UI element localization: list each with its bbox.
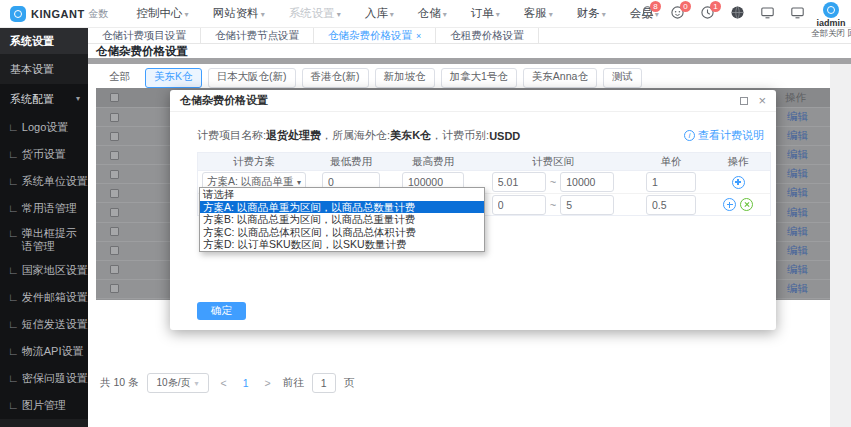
sidebar-item-regions[interactable]: ∟国家地区设置 <box>0 257 88 284</box>
dropdown-option-b[interactable]: 方案B: 以商品总重为区间，以商品总重量计费 <box>200 213 484 226</box>
monitor-icon[interactable] <box>760 5 775 20</box>
chevron-down-icon: ▾ <box>390 10 394 19</box>
filter-hongkong[interactable]: 香港仓(新) <box>302 68 369 88</box>
select-all-checkbox[interactable] <box>110 93 119 102</box>
close-all-link[interactable]: 全部关闭 回 <box>811 28 851 38</box>
edit-link[interactable]: 编辑 <box>787 263 808 277</box>
tab-misc-fee-prices[interactable]: 仓储杂费价格设置× <box>314 28 436 43</box>
sidebar-item-common-phrases[interactable]: ∟常用语管理 <box>0 195 88 222</box>
row-checkbox[interactable] <box>110 170 119 179</box>
bell-icon[interactable]: 8 <box>640 5 655 20</box>
nav-menu-warehouse[interactable]: 仓储▾ <box>418 6 447 21</box>
sidebar-item-security-questions[interactable]: ∟密保问题设置 <box>0 365 88 392</box>
col-range: 计费区间 <box>474 155 632 169</box>
sidebar-item-sms-settings[interactable]: ∟短信发送设置 <box>0 311 88 338</box>
avatar[interactable] <box>823 2 839 18</box>
dropdown-option-d[interactable]: 方案D: 以订单SKU数区间，以SKU数量计费 <box>200 238 484 251</box>
row-checkbox[interactable] <box>110 227 119 236</box>
clock-badge: 1 <box>710 1 721 12</box>
view-billing-help-link[interactable]: i 查看计费说明 <box>684 128 764 143</box>
dropdown-option-a[interactable]: 方案A: 以商品单重为区间，以商品总数量计费 <box>200 201 484 214</box>
globe-icon[interactable] <box>730 5 745 20</box>
remove-row-icon[interactable] <box>740 198 753 211</box>
nav-menu-site-data[interactable]: 网站资料▾ <box>213 6 265 21</box>
nav-menu-finance[interactable]: 财务▾ <box>577 6 606 21</box>
brand-icon <box>10 6 26 22</box>
edit-link[interactable]: 编辑 <box>787 186 808 200</box>
close-icon[interactable]: × <box>758 96 766 106</box>
dropdown-option-placeholder[interactable]: 请选择 <box>200 188 484 201</box>
range-to-input[interactable] <box>560 195 614 215</box>
billing-item-info: 计费项目名称: 退货处理费 ，所属海外仓: 美东K仓 ，计费币别: USDD i… <box>197 128 764 143</box>
sidebar-item-logo-settings[interactable]: ∟Logo设置 <box>0 114 88 141</box>
next-page-button[interactable]: > <box>261 377 275 389</box>
close-icon[interactable]: × <box>416 31 421 41</box>
confirm-button[interactable]: 确定 <box>197 302 246 320</box>
row-checkbox[interactable] <box>110 151 119 160</box>
sidebar-item-popup-prompts[interactable]: ∟弹出框提示语管理 <box>0 222 88 257</box>
edit-link[interactable]: 编辑 <box>787 148 808 162</box>
edit-link[interactable]: 编辑 <box>787 225 808 239</box>
sidebar-item-sender-mailbox[interactable]: ∟发件邮箱设置 <box>0 284 88 311</box>
brand-logo[interactable]: KINGANT 金数 <box>10 6 109 22</box>
monitor-2-icon[interactable] <box>790 5 805 20</box>
current-page[interactable]: 1 <box>239 377 253 389</box>
maximize-icon[interactable] <box>740 97 748 105</box>
unit-price-input[interactable] <box>646 172 696 192</box>
chat-icon[interactable]: 0 <box>670 5 685 20</box>
goto-page-input[interactable] <box>312 373 336 393</box>
row-checkbox[interactable] <box>110 189 119 198</box>
range-from-input[interactable] <box>492 172 546 192</box>
filter-canada-1[interactable]: 加拿大1号仓 <box>441 68 517 88</box>
branch-icon: ∟ <box>8 114 19 141</box>
add-row-icon[interactable] <box>732 176 745 189</box>
sidebar-title: 系统设置 <box>0 28 88 54</box>
unit-price-input[interactable] <box>646 195 696 215</box>
row-checkbox[interactable] <box>110 132 119 141</box>
nav-menu-system-settings[interactable]: 系统设置▾ <box>289 6 341 21</box>
sidebar-item-currency-settings[interactable]: ∟货币设置 <box>0 141 88 168</box>
edit-link[interactable]: 编辑 <box>787 167 808 181</box>
page-unit-label: 页 <box>344 376 355 390</box>
filter-us-east-anna[interactable]: 美东Anna仓 <box>523 68 597 88</box>
range-separator: ~ <box>550 176 556 188</box>
sidebar-item-basic-settings[interactable]: 基本设置 <box>0 54 88 84</box>
nav-menu-service[interactable]: 客服▾ <box>524 6 553 21</box>
edit-link[interactable]: 编辑 <box>787 206 808 220</box>
clock-icon[interactable]: 1 <box>700 5 715 20</box>
nav-menu-orders[interactable]: 订单▾ <box>471 6 500 21</box>
chevron-down-icon: ▾ <box>261 10 265 19</box>
branch-icon: ∟ <box>8 195 19 222</box>
edit-link[interactable]: 编辑 <box>787 244 808 258</box>
row-checkbox[interactable] <box>110 246 119 255</box>
range-from-input[interactable] <box>492 195 546 215</box>
filter-singapore[interactable]: 新加坡仓 <box>375 68 435 88</box>
range-to-input[interactable] <box>560 172 614 192</box>
row-checkbox[interactable] <box>110 265 119 274</box>
add-row-icon[interactable] <box>723 198 736 211</box>
row-checkbox[interactable] <box>110 208 119 217</box>
prev-page-button[interactable]: < <box>217 377 231 389</box>
page-size-select[interactable]: 10条/页▾ <box>147 373 209 393</box>
filter-all[interactable]: 全部 <box>100 68 139 88</box>
row-checkbox[interactable] <box>110 284 119 293</box>
edit-link[interactable]: 编辑 <box>787 282 808 296</box>
filter-japan-osaka[interactable]: 日本大阪仓(新) <box>208 68 296 88</box>
sidebar-group-system-config[interactable]: 系统配置▾ <box>0 84 88 114</box>
goto-label: 前往 <box>283 376 304 390</box>
tab-billing-items[interactable]: 仓储计费项目设置 <box>88 28 201 43</box>
nav-menu-inbound[interactable]: 入库▾ <box>365 6 394 21</box>
filter-test[interactable]: 测试 <box>603 68 642 88</box>
edit-link[interactable]: 编辑 <box>787 129 808 143</box>
dropdown-option-c[interactable]: 方案C: 以商品总体积区间，以商品总体积计费 <box>200 226 484 239</box>
sidebar-item-logistics-api[interactable]: ∟物流API设置 <box>0 338 88 365</box>
filter-us-east-k[interactable]: 美东K仓 <box>145 68 202 88</box>
col-scheme: 计费方案 <box>198 155 310 169</box>
nav-menu-control-center[interactable]: 控制中心▾ <box>137 6 189 21</box>
row-checkbox[interactable] <box>110 113 119 122</box>
edit-link[interactable]: 编辑 <box>787 110 808 124</box>
sidebar-item-image-management[interactable]: ∟图片管理 <box>0 392 88 419</box>
sidebar-item-unit-settings[interactable]: ∟系统单位设置 <box>0 168 88 195</box>
tab-billing-nodes[interactable]: 仓储计费节点设置 <box>201 28 314 43</box>
tab-rent-fee-prices[interactable]: 仓租费价格设置 <box>436 28 539 43</box>
